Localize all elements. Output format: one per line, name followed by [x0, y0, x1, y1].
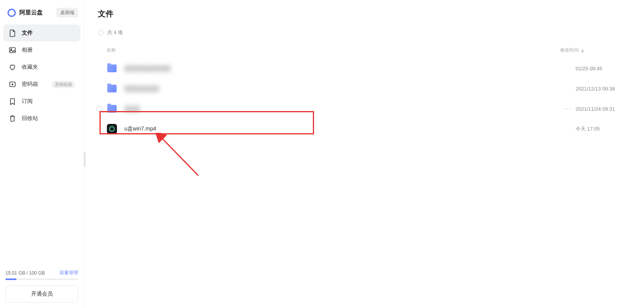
logo-row: 阿里云盘 桌面端	[0, 0, 84, 24]
storage-manage-link[interactable]: 容量管理	[59, 270, 78, 276]
column-time[interactable]: 修改时间	[560, 47, 630, 54]
svg-point-0	[8, 9, 15, 16]
nav-label: 相册	[22, 47, 75, 54]
folder-icon	[106, 83, 117, 94]
nav-label: 收藏夹	[22, 64, 75, 71]
svg-point-4	[12, 84, 13, 85]
file-time: 2021/11/24 09:31	[576, 106, 630, 112]
logo-icon	[7, 8, 16, 17]
nav-label: 密码箱	[22, 81, 46, 88]
logo[interactable]: 阿里云盘	[7, 8, 43, 17]
file-row[interactable]: █████████ ··· 2021/12/13 09:38	[98, 78, 630, 99]
storage-row: 15.01 GB / 100 GB 容量管理	[5, 270, 78, 276]
svg-rect-1	[10, 48, 16, 53]
table-header: 名称 修改时间	[98, 43, 630, 58]
file-time: 2021/12/13 09:38	[576, 86, 630, 92]
nav: 文件 相册 收藏夹 密码箱 原保险箱 订阅 回收站	[0, 24, 84, 270]
sidebar-item-favorites[interactable]: 收藏夹	[3, 59, 80, 76]
video-icon	[106, 124, 117, 134]
file-row[interactable]: u盘win7.mp4 ··· 今天 17:05	[98, 119, 630, 139]
page-title: 文件	[98, 9, 630, 19]
file-name: ████	[124, 106, 560, 112]
sidebar-footer: 15.01 GB / 100 GB 容量管理 开通会员	[0, 270, 84, 308]
heart-icon	[9, 63, 16, 71]
desktop-badge[interactable]: 桌面端	[56, 8, 78, 17]
row-checkbox[interactable]	[96, 106, 102, 111]
sidebar: 阿里云盘 桌面端 文件 相册 收藏夹 密码箱 原保险箱 订阅 回收站	[0, 0, 84, 308]
bookmark-icon	[9, 97, 16, 105]
sidebar-item-vault[interactable]: 密码箱 原保险箱	[3, 76, 80, 93]
count-row: 共 4 项	[98, 29, 630, 36]
item-count: 共 4 项	[107, 29, 123, 36]
file-row[interactable]: ████████████ ··· 01/25 09:45	[98, 58, 630, 78]
row-actions[interactable]: ···	[560, 105, 576, 112]
file-icon	[9, 29, 16, 37]
file-list: ████████████ ··· 01/25 09:45 █████████ ·…	[98, 58, 630, 139]
file-name: █████████	[124, 85, 560, 92]
column-name[interactable]: 名称	[106, 47, 560, 54]
sort-down-icon	[580, 48, 585, 53]
vip-button[interactable]: 开通会员	[5, 285, 78, 303]
album-icon	[9, 46, 16, 54]
sidebar-item-trash[interactable]: 回收站	[3, 110, 80, 127]
sidebar-item-subscribe[interactable]: 订阅	[3, 93, 80, 110]
select-all-checkbox[interactable]	[98, 30, 103, 35]
sidebar-item-files[interactable]: 文件	[3, 24, 80, 42]
file-time: 01/25 09:45	[576, 66, 630, 71]
nav-label: 文件	[22, 30, 75, 37]
nav-label: 回收站	[22, 115, 75, 122]
folder-icon	[106, 63, 117, 74]
trash-icon	[9, 115, 16, 122]
file-time: 今天 17:05	[576, 125, 630, 132]
file-name: ████████████	[124, 65, 560, 71]
app-name: 阿里云盘	[19, 9, 43, 16]
storage-fill	[5, 278, 16, 280]
folder-icon	[106, 103, 117, 114]
storage-bar	[5, 278, 78, 280]
file-row[interactable]: ████ ··· 2021/11/24 09:31	[98, 99, 630, 119]
nav-label: 订阅	[22, 98, 75, 105]
sidebar-item-album[interactable]: 相册	[3, 42, 80, 59]
file-name: u盘win7.mp4	[124, 125, 560, 132]
lock-icon	[9, 80, 16, 88]
main-content: 文件 共 4 项 名称 修改时间 ████████████ ··· 01/25 …	[84, 0, 644, 308]
column-time-label: 修改时间	[560, 47, 579, 54]
storage-text: 15.01 GB / 100 GB	[5, 270, 45, 276]
vault-tag: 原保险箱	[52, 81, 75, 88]
